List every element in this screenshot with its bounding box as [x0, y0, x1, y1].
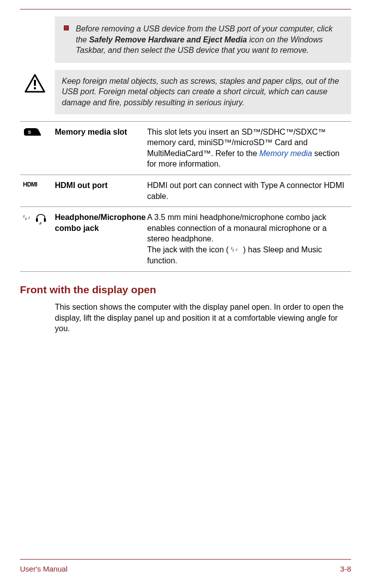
svg-rect-1: [34, 80, 36, 86]
spec-desc: HDMI out port can connect with Type A co…: [147, 180, 351, 201]
page-content: Before removing a USB device from the US…: [0, 16, 371, 334]
footer-left: User's Manual: [20, 565, 67, 573]
note-box: Before removing a USB device from the US…: [55, 16, 351, 63]
spec-desc: A 3.5 mm mini headphone/microphone combo…: [147, 212, 351, 266]
sleep-music-icon: zz♪: [231, 245, 241, 256]
page-footer: User's Manual 3-8: [20, 559, 351, 573]
spec-row-headphone: z z ♪ Headphone/Microphone combo jack A …: [20, 206, 351, 272]
note-text: Before removing a USB device from the US…: [76, 23, 344, 56]
top-rule: [20, 9, 351, 9]
svg-rect-8: [36, 218, 38, 222]
headphone-icon: z z ♪: [20, 212, 55, 225]
bullet-icon: [64, 25, 69, 30]
footer-rule: [20, 559, 351, 560]
svg-text:S: S: [28, 130, 31, 135]
svg-text:♪: ♪: [235, 247, 238, 252]
footer-right: 3-8: [340, 565, 351, 573]
spec-table: S Memory media slot This slot lets you i…: [20, 121, 351, 272]
note-bold: Safely Remove Hardware and Eject Media: [89, 35, 247, 44]
spec-desc-line1: A 3.5 mm mini headphone/microphone combo…: [147, 213, 327, 243]
spec-desc-line2-pre: The jack with the icon (: [147, 245, 231, 254]
footer-text: User's Manual 3-8: [20, 565, 351, 573]
warning-text: Keep foreign metal objects, such as scre…: [55, 70, 351, 114]
svg-text:HDMI: HDMI: [23, 181, 37, 188]
spec-desc: This slot lets you insert an SD™/SDHC™/S…: [147, 127, 351, 170]
svg-text:♪: ♪: [28, 215, 30, 220]
spec-label: Memory media slot: [55, 127, 147, 138]
body-paragraph: This section shows the computer with the…: [55, 302, 351, 334]
hdmi-icon: HDMI: [20, 180, 55, 188]
warning-row: Keep foreign metal objects, such as scre…: [20, 70, 351, 114]
svg-text:z: z: [232, 248, 234, 252]
svg-rect-9: [44, 218, 46, 222]
sd-icon: S: [20, 127, 55, 137]
spec-row-memory: S Memory media slot This slot lets you i…: [20, 121, 351, 175]
warning-icon: [20, 70, 50, 93]
svg-text:z: z: [25, 216, 27, 221]
spec-row-hdmi: HDMI HDMI out port HDMI out port can con…: [20, 175, 351, 206]
svg-rect-2: [34, 87, 36, 89]
memory-media-link[interactable]: Memory media: [259, 149, 312, 158]
section-heading: Front with the display open: [20, 284, 351, 296]
spec-label: HDMI out port: [55, 180, 147, 191]
spec-label: Headphone/Microphone combo jack: [55, 212, 147, 233]
